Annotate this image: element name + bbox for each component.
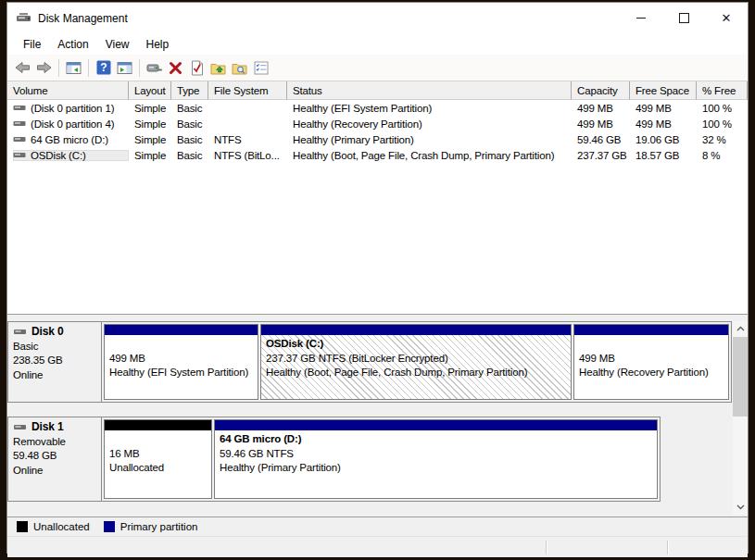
disk0-info[interactable]: Disk 0 Basic 238.35 GB Online — [8, 322, 102, 402]
volume-layout: Simple — [129, 118, 171, 130]
menu-help[interactable]: Help — [138, 35, 178, 54]
menu-action[interactable]: Action — [49, 35, 96, 54]
disk-drive-icon — [13, 328, 27, 336]
disk-drive-icon — [13, 423, 27, 431]
disk1-info[interactable]: Disk 1 Removable 59.48 GB Online — [8, 417, 102, 501]
scrollbar-thumb[interactable] — [733, 337, 748, 417]
help-icon: ? — [96, 60, 111, 75]
partition-color-bar — [105, 420, 211, 430]
disk-row-0: Disk 0 Basic 238.35 GB Online 499 MB Hea… — [7, 321, 732, 403]
disk-size: 238.35 GB — [13, 354, 101, 368]
column-header-volume[interactable]: Volume — [7, 81, 129, 100]
chevron-up-icon — [736, 326, 745, 331]
table-row[interactable]: (Disk 0 partition 4) Simple Basic Health… — [7, 116, 748, 131]
volume-free-space: 19.06 GB — [630, 134, 697, 145]
disk-tool-button[interactable] — [144, 57, 165, 79]
volume-free-space: 499 MB — [630, 118, 697, 130]
explore-folder-button[interactable] — [229, 57, 250, 79]
maximize-button[interactable] — [662, 3, 705, 33]
folder-up-arrow-icon — [210, 61, 226, 75]
show-action-pane-button[interactable] — [114, 57, 135, 79]
legend-swatch-primary-partition — [104, 521, 115, 532]
close-button[interactable]: ✕ — [705, 3, 748, 33]
disk-drive-icon — [13, 151, 26, 159]
table-row-selected[interactable]: OSDisk (C:) Simple Basic NTFS (BitLo... … — [7, 147, 748, 163]
partition-recovery[interactable]: 499 MB Healthy (Recovery Partition) — [573, 324, 729, 400]
delete-x-icon — [169, 61, 182, 75]
forward-button[interactable] — [33, 57, 55, 79]
legend-label: Primary partition — [120, 521, 198, 532]
volume-list: Volume Layout Type File System Status Ca… — [7, 81, 748, 314]
maximize-icon — [679, 13, 689, 23]
disk-drive-icon — [13, 135, 26, 143]
console-tree-icon — [66, 61, 82, 75]
partition-status: Unallocated — [109, 461, 211, 476]
partition-name: OSDisk (C:) — [266, 337, 571, 352]
menu-file[interactable]: File — [15, 35, 49, 54]
volume-name: 64 GB micro (D:) — [31, 134, 108, 145]
volume-capacity: 499 MB — [572, 118, 630, 130]
volume-pct-free: 8 % — [697, 150, 748, 161]
table-row[interactable]: 64 GB micro (D:) Simple Basic NTFS Healt… — [7, 131, 748, 147]
column-header-type[interactable]: Type — [171, 81, 208, 100]
volume-capacity: 499 MB — [572, 103, 630, 114]
volume-status: Healthy (Primary Partition) — [287, 134, 572, 145]
partition-status: Healthy (Boot, Page File, Crash Dump, Pr… — [266, 366, 571, 380]
volume-layout: Simple — [129, 150, 171, 161]
partition-status: Healthy (Recovery Partition) — [579, 366, 728, 380]
partition-64gb-micro-d[interactable]: 64 GB micro (D:) 59.46 GB NTFS Healthy (… — [214, 419, 658, 499]
column-header-capacity[interactable]: Capacity — [572, 81, 630, 100]
partition-status: Healthy (EFI System Partition) — [109, 366, 258, 380]
toolbar-separator — [139, 59, 140, 77]
back-arrow-icon — [15, 61, 31, 74]
action-pane-icon — [117, 61, 132, 75]
minimize-button[interactable] — [620, 3, 662, 33]
legend-bar: Unallocated Primary partition — [7, 516, 748, 536]
disk-state: Online — [13, 464, 101, 479]
partition-name — [579, 337, 728, 352]
minimize-icon — [636, 18, 646, 19]
column-header-layout[interactable]: Layout — [129, 81, 171, 100]
menu-view[interactable]: View — [97, 35, 138, 54]
scroll-down-button[interactable] — [733, 500, 748, 515]
partition-details: 499 MB — [579, 352, 728, 367]
volume-layout: Simple — [129, 134, 171, 145]
volume-name: OSDisk (C:) — [31, 150, 86, 161]
partition-name — [109, 432, 211, 447]
column-header-file-system[interactable]: File System — [208, 81, 287, 100]
properties-button[interactable] — [250, 57, 271, 79]
volume-capacity: 59.46 GB — [572, 134, 630, 145]
toolbar-separator — [58, 59, 59, 77]
volume-type: Basic — [171, 134, 208, 145]
partition-osdisk-c[interactable]: OSDisk (C:) 237.37 GB NTFS (BitLocker En… — [260, 324, 572, 400]
disk-tool-icon — [146, 61, 163, 74]
scroll-up-button[interactable] — [733, 321, 748, 336]
disk-row-1: Disk 1 Removable 59.48 GB Online 16 MB U… — [7, 417, 661, 502]
show-console-tree-button[interactable] — [63, 57, 84, 79]
table-row[interactable]: (Disk 0 partition 1) Simple Basic Health… — [7, 100, 748, 116]
disk-name: Disk 1 — [31, 420, 63, 435]
volume-list-header: Volume Layout Type File System Status Ca… — [7, 81, 748, 100]
column-header-status[interactable]: Status — [287, 81, 572, 100]
volume-file-system: NTFS — [208, 134, 287, 145]
column-header-free-space[interactable]: Free Space — [630, 81, 697, 100]
column-header-pct-free[interactable]: % Free — [697, 81, 748, 100]
partition-efi-system[interactable]: 499 MB Healthy (EFI System Partition) — [104, 324, 258, 400]
help-button[interactable]: ? — [93, 57, 114, 79]
legend-label: Unallocated — [33, 521, 90, 532]
partition-unallocated[interactable]: 16 MB Unallocated — [104, 419, 212, 499]
vertical-scrollbar[interactable] — [733, 321, 748, 515]
svg-text:?: ? — [100, 61, 107, 74]
partition-name: 64 GB micro (D:) — [220, 432, 657, 447]
back-button[interactable] — [12, 57, 33, 79]
folder-up-button[interactable] — [208, 57, 229, 79]
app-icon — [16, 11, 32, 26]
disk-graphical-view: Disk 0 Basic 238.35 GB Online 499 MB Hea… — [7, 317, 748, 516]
delete-volume-button[interactable] — [165, 57, 186, 79]
check-document-button[interactable] — [186, 57, 208, 79]
disk-drive-icon — [13, 119, 26, 128]
volume-name: (Disk 0 partition 1) — [31, 103, 114, 114]
disk-management-window: Disk Management ✕ File Action View Help — [6, 2, 749, 554]
close-icon: ✕ — [722, 12, 732, 24]
status-bar-divider — [546, 541, 547, 554]
